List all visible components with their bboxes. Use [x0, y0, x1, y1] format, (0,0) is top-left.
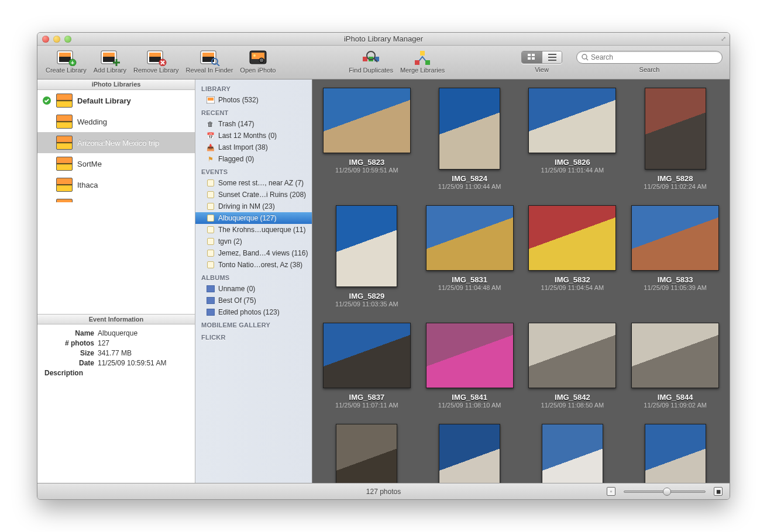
corner-grip-icon[interactable]: ⤢: [721, 35, 726, 43]
svg-rect-29: [528, 54, 531, 56]
search-field[interactable]: [576, 51, 723, 64]
photo-name: IMG_5833: [658, 275, 693, 284]
photo-thumbnail[interactable]: [528, 205, 616, 271]
library-row[interactable]: SortMe: [37, 153, 195, 174]
flag-icon: ⚑: [206, 155, 215, 164]
zoom-slider[interactable]: [624, 490, 706, 493]
photo-cell[interactable]: [421, 424, 518, 483]
library-row[interactable]: Arizona:New Mexico trip: [37, 132, 195, 153]
event-item[interactable]: Driving in NM (23): [195, 201, 312, 212]
src-flagged[interactable]: ⚑Flagged (0): [195, 153, 312, 165]
view-grid-button[interactable]: [522, 51, 542, 63]
photo-thumbnail[interactable]: [631, 205, 719, 271]
photo-cell[interactable]: IMG_583111/25/09 11:04:48 AM: [421, 205, 518, 308]
event-icon: [206, 179, 215, 188]
photo-thumbnail[interactable]: [645, 424, 706, 483]
photo-thumbnail[interactable]: [439, 88, 500, 170]
photo-cell[interactable]: IMG_582611/25/09 11:01:44 AM: [524, 88, 621, 190]
event-item[interactable]: Albuquerque (127): [195, 212, 312, 224]
library-icon: [56, 115, 73, 129]
find-duplicates-button[interactable]: Find Duplicates: [349, 48, 393, 74]
photo-thumbnail[interactable]: [439, 424, 500, 483]
info-name-key: Name: [44, 329, 94, 337]
info-photos-value: 127: [98, 339, 109, 347]
photo-cell[interactable]: IMG_582911/25/09 11:03:35 AM: [318, 205, 415, 308]
photo-thumbnail[interactable]: [631, 323, 719, 388]
search-icon: [582, 54, 589, 61]
remove-library-button[interactable]: Remove Library: [133, 48, 179, 74]
svg-rect-32: [532, 57, 535, 60]
svg-point-19: [253, 54, 256, 57]
photo-thumbnail[interactable]: [323, 323, 411, 388]
photo-cell[interactable]: IMG_583211/25/09 11:04:54 AM: [524, 205, 621, 308]
src-last12[interactable]: 📅Last 12 Months (0): [195, 130, 312, 141]
photo-thumbnail[interactable]: [426, 205, 514, 271]
photo-name: IMG_5829: [349, 292, 385, 300]
event-item[interactable]: Jemez, Band…4 views (116): [195, 247, 312, 259]
svg-line-16: [217, 64, 219, 66]
photo-thumbnail[interactable]: [528, 88, 616, 153]
view-list-button[interactable]: [542, 51, 562, 63]
photo-thumbnail[interactable]: [528, 323, 616, 388]
photo-cell[interactable]: IMG_582811/25/09 11:02:24 AM: [627, 88, 724, 190]
photo-thumbnail[interactable]: [336, 205, 397, 287]
library-row[interactable]: Family Photos: [37, 195, 195, 202]
photo-cell[interactable]: IMG_584211/25/09 11:08:50 AM: [524, 323, 621, 409]
photo-cell[interactable]: [627, 424, 724, 483]
album-item[interactable]: Edited photos (123): [195, 306, 312, 318]
svg-rect-41: [207, 285, 215, 292]
library-row[interactable]: Ithaca: [37, 174, 195, 195]
photo-thumbnail[interactable]: [336, 424, 397, 483]
library-row[interactable]: Default Library: [37, 90, 195, 111]
photo-grid: IMG_582311/25/09 10:59:51 AMIMG_582411/2…: [318, 88, 724, 483]
event-item[interactable]: Sunset Crate…i Ruins (208): [195, 189, 312, 201]
src-header-recent: RECENT: [195, 106, 312, 118]
trash-icon: 🗑: [206, 120, 215, 129]
photo-thumbnail[interactable]: [542, 424, 603, 483]
libraries-header: iPhoto Libraries: [37, 80, 195, 90]
src-photos[interactable]: Photos (532): [195, 94, 312, 106]
event-item[interactable]: Tonto Natio…orest, Az (38): [195, 259, 312, 271]
svg-rect-26: [420, 51, 425, 56]
event-item[interactable]: tgvn (2): [195, 236, 312, 247]
src-trash[interactable]: 🗑Trash (147): [195, 118, 312, 130]
open-iphoto-button[interactable]: Open iPhoto: [240, 48, 276, 74]
album-label: Unname (0): [218, 285, 309, 293]
photo-cell[interactable]: IMG_583711/25/09 11:07:11 AM: [318, 323, 415, 409]
album-label: Edited photos (123): [218, 308, 309, 316]
photo-cell[interactable]: IMG_582311/25/09 10:59:51 AM: [318, 88, 415, 190]
search-input[interactable]: [591, 53, 717, 61]
info-photos-key: # photos: [44, 339, 94, 347]
toolbar: + Create Library Add Library Remove Libr…: [37, 46, 730, 80]
album-item[interactable]: Best Of (75): [195, 295, 312, 306]
merge-libraries-icon: [411, 48, 434, 67]
photo-cell[interactable]: IMG_582411/25/09 11:00:44 AM: [421, 88, 518, 190]
library-row[interactable]: Wedding: [37, 111, 195, 132]
event-item[interactable]: Some rest st…, near AZ (7): [195, 177, 312, 189]
photo-cell[interactable]: IMG_583311/25/09 11:05:39 AM: [627, 205, 724, 308]
create-library-button[interactable]: + Create Library: [46, 48, 87, 74]
reveal-in-finder-label: Reveal In Finder: [186, 67, 233, 74]
add-library-button[interactable]: Add Library: [94, 48, 126, 74]
album-item[interactable]: Unname (0): [195, 283, 312, 295]
photo-thumbnail[interactable]: [645, 88, 706, 170]
view-section: View: [521, 48, 562, 73]
event-item[interactable]: The Krohns…uquerque (11): [195, 224, 312, 236]
photo-thumbnail[interactable]: [323, 88, 411, 153]
photo-grid-area[interactable]: IMG_582311/25/09 10:59:51 AMIMG_582411/2…: [312, 80, 730, 483]
reveal-in-finder-button[interactable]: Reveal In Finder: [186, 48, 233, 74]
photo-thumbnail[interactable]: [426, 323, 514, 388]
photo-cell[interactable]: IMG_584111/25/09 11:08:10 AM: [421, 323, 518, 409]
src-lastimport[interactable]: 📥Last Import (38): [195, 141, 312, 153]
svg-text:+: +: [71, 60, 74, 66]
photo-cell[interactable]: [524, 424, 621, 483]
photo-cell[interactable]: [318, 424, 415, 483]
svg-rect-33: [548, 54, 556, 55]
app-window: iPhoto Library Manager ⤢ + Create Librar…: [37, 32, 730, 500]
open-iphoto-icon: [247, 48, 269, 67]
remove-library-icon: [145, 48, 167, 67]
photo-cell[interactable]: IMG_584411/25/09 11:09:02 AM: [627, 323, 724, 409]
svg-line-37: [586, 58, 588, 60]
zoom-slider-knob[interactable]: [663, 488, 671, 496]
merge-libraries-button[interactable]: Merge Libraries: [400, 48, 445, 74]
